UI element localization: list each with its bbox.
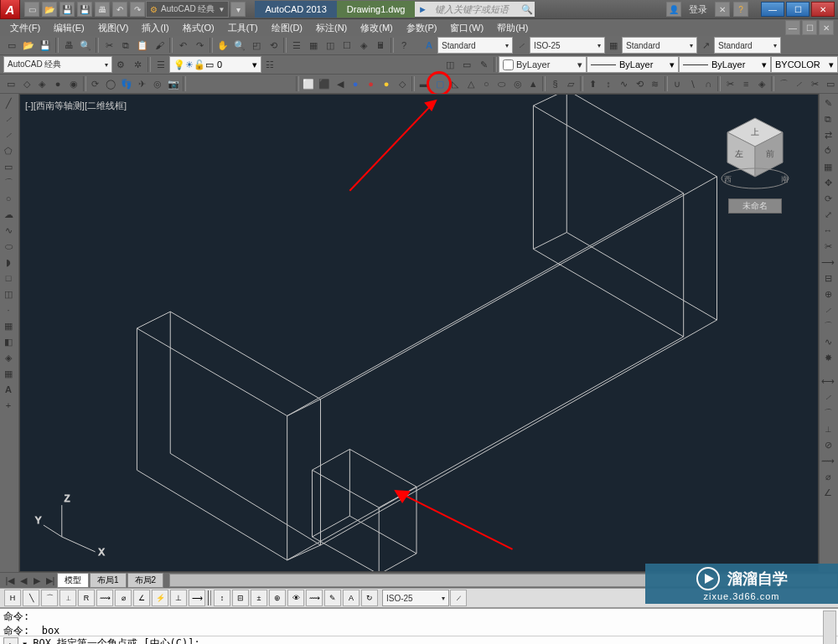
- undo-icon[interactable]: ↶: [112, 2, 127, 17]
- menu-view[interactable]: 视图(V): [91, 20, 136, 36]
- loft-icon[interactable]: ≋: [648, 76, 662, 91]
- menu-file[interactable]: 文件(F): [3, 20, 47, 36]
- block-icon[interactable]: ◫: [442, 57, 458, 72]
- doc-min-icon[interactable]: —: [785, 20, 800, 35]
- close-button[interactable]: ✕: [811, 2, 835, 17]
- view-left-icon[interactable]: ◀: [333, 76, 347, 91]
- presspull-icon[interactable]: ↕: [602, 76, 616, 91]
- mleader-style-drop[interactable]: Standard▾: [714, 37, 781, 54]
- fillet-edge-icon[interactable]: ⌒: [777, 76, 791, 91]
- dim-rad-icon[interactable]: ⊘: [820, 437, 835, 452]
- extrude-icon[interactable]: ⬆: [586, 76, 600, 91]
- orbit2-icon[interactable]: ◯: [104, 76, 118, 91]
- ellipse-icon[interactable]: ⬭: [1, 239, 16, 254]
- cut-icon[interactable]: ✂: [101, 38, 116, 53]
- cam-icon[interactable]: 📷: [166, 76, 180, 91]
- saveas-icon[interactable]: 💾: [77, 2, 92, 17]
- doc-close-icon[interactable]: ✕: [819, 20, 834, 35]
- view-right-icon[interactable]: ●: [349, 76, 363, 91]
- imprint-icon[interactable]: ◈: [754, 76, 768, 91]
- dim-style-drop[interactable]: ISO-25▾: [530, 37, 605, 54]
- workspace-selector[interactable]: ⚙ AutoCAD 经典 ▼: [146, 1, 229, 18]
- menu-draw[interactable]: 绘图(D): [265, 20, 309, 36]
- arc-icon[interactable]: ⌒: [1, 175, 16, 190]
- revolve-icon[interactable]: ⟲: [633, 76, 647, 91]
- rotate-icon[interactable]: ⟳: [820, 191, 835, 206]
- bylayer-color-drop[interactable]: ByLayer▾: [499, 56, 587, 73]
- insertblk-icon[interactable]: □: [1, 270, 16, 286]
- pan-icon[interactable]: ✋: [215, 38, 230, 53]
- linetype-drop[interactable]: ByLayer▾: [587, 56, 679, 73]
- tab-model[interactable]: 模型: [57, 573, 89, 588]
- vs-hidden-icon[interactable]: ◈: [35, 76, 49, 91]
- section-icon[interactable]: ✂: [808, 76, 822, 91]
- thicken-icon[interactable]: ≡: [739, 76, 753, 91]
- dim-jog-icon[interactable]: ⟿: [820, 453, 835, 468]
- scale-icon[interactable]: ⤢: [820, 207, 835, 222]
- dim-ord-icon[interactable]: ⟂: [820, 421, 835, 436]
- signin-icon[interactable]: 👤: [666, 2, 681, 17]
- d-lin-icon[interactable]: H: [4, 590, 21, 606]
- fly-icon[interactable]: ✈: [135, 76, 149, 91]
- tpalette-icon[interactable]: ◫: [323, 38, 338, 53]
- markup-icon[interactable]: ◈: [356, 38, 371, 53]
- explode-icon[interactable]: ✸: [820, 350, 835, 365]
- zoom-icon[interactable]: 🔍: [232, 38, 247, 53]
- flatshot-icon[interactable]: ▭: [824, 76, 838, 91]
- zoomprev-icon[interactable]: ⟲: [266, 38, 281, 53]
- new-icon[interactable]: ▭: [4, 38, 19, 53]
- d-insp-icon[interactable]: 👁: [287, 590, 304, 606]
- sheet-icon[interactable]: ☐: [339, 38, 354, 53]
- properties-icon[interactable]: ☰: [289, 38, 304, 53]
- subtract-icon[interactable]: ∖: [685, 76, 700, 91]
- search-icon[interactable]: 🔍: [520, 2, 535, 17]
- search-box[interactable]: 键入关键字或短语: [430, 2, 520, 17]
- plot-icon[interactable]: 🖶: [95, 2, 110, 17]
- hatch-icon[interactable]: ▦: [1, 318, 16, 333]
- offset-icon[interactable]: ⥀: [820, 143, 835, 158]
- redo-icon[interactable]: ↷: [192, 38, 207, 53]
- planar-icon[interactable]: ▱: [564, 76, 578, 91]
- xline-icon[interactable]: ⟋: [1, 111, 16, 126]
- torus-icon[interactable]: ◎: [510, 76, 525, 91]
- sweep-icon[interactable]: ∿: [617, 76, 631, 91]
- addsel-icon[interactable]: +: [1, 398, 16, 413]
- spline-icon[interactable]: ∿: [1, 223, 16, 238]
- vs-conceptual-icon[interactable]: ◉: [66, 76, 80, 91]
- d-base-icon[interactable]: ⊥: [170, 590, 187, 606]
- d-style-icon[interactable]: ⟋: [450, 590, 467, 606]
- cmd-toggle-icon[interactable]: ▸: [3, 637, 18, 645]
- maximize-button[interactable]: ☐: [786, 2, 810, 17]
- menu-parametric[interactable]: 参数(P): [400, 20, 444, 36]
- polygon-icon[interactable]: ⬠: [1, 143, 16, 158]
- bylayer-checkbox[interactable]: [503, 59, 514, 70]
- stretch-icon[interactable]: ↔: [820, 223, 835, 238]
- undo-icon[interactable]: ↶: [175, 38, 190, 53]
- view-back-icon[interactable]: ●: [380, 76, 394, 91]
- chamfer-icon[interactable]: ⟋: [820, 302, 835, 317]
- minimize-button[interactable]: —: [761, 2, 784, 17]
- preview-icon[interactable]: 🔍: [78, 38, 93, 53]
- mtext-icon[interactable]: A: [1, 382, 16, 397]
- helix-icon[interactable]: §: [548, 76, 562, 91]
- d-space-icon[interactable]: ↕: [214, 590, 230, 606]
- d-upd-icon[interactable]: ↻: [361, 590, 378, 606]
- blend-icon[interactable]: ∿: [820, 334, 835, 349]
- array-icon[interactable]: ▦: [820, 159, 835, 174]
- point-icon[interactable]: ·: [1, 302, 16, 317]
- pline-icon[interactable]: ⟋: [1, 127, 16, 142]
- dim-dia-icon[interactable]: ⌀: [820, 469, 835, 484]
- swheel-icon[interactable]: ◎: [151, 76, 165, 91]
- vs-2d-icon[interactable]: ▭: [4, 76, 18, 91]
- tab-nav-last[interactable]: ▶|: [44, 574, 56, 586]
- view-btm-icon[interactable]: ⬛: [318, 76, 332, 91]
- union-icon[interactable]: ∪: [670, 76, 685, 91]
- insert-icon[interactable]: ▭: [459, 57, 474, 72]
- break-icon[interactable]: ⊟: [820, 270, 835, 286]
- mleader-icon[interactable]: ↗: [698, 38, 713, 53]
- polysolid-icon[interactable]: ▬: [417, 76, 432, 91]
- vs-realistic-icon[interactable]: ●: [51, 76, 65, 91]
- extend-icon[interactable]: ⟶: [820, 255, 835, 270]
- ellipsearc-icon[interactable]: ◗: [1, 255, 16, 270]
- move-icon[interactable]: ✥: [820, 175, 835, 190]
